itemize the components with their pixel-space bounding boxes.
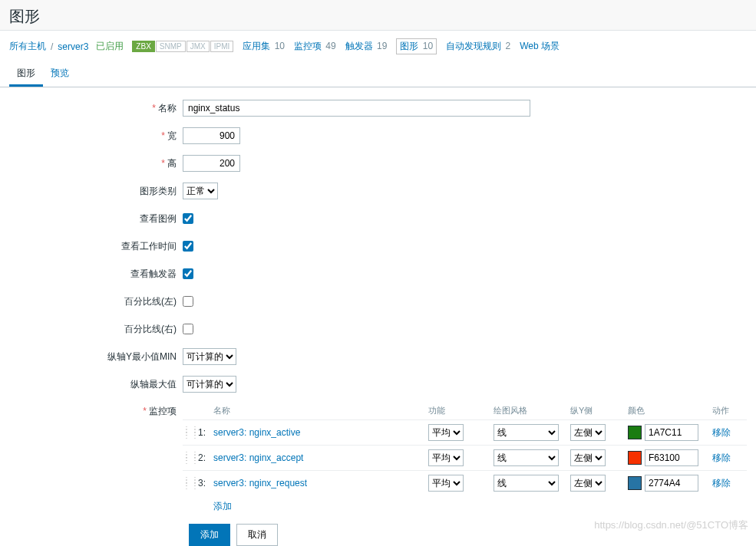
func-select[interactable]: 平均 bbox=[428, 424, 464, 441]
worktime-checkbox[interactable] bbox=[183, 241, 193, 252]
height-label: 高 bbox=[167, 158, 177, 169]
remove-link[interactable]: 移除 bbox=[712, 478, 731, 488]
table-row: ⋮⋮⋮⋮⋮⋮3:server3: nginx_request平均线左侧移除 bbox=[183, 470, 747, 495]
add-button[interactable]: 添加 bbox=[189, 524, 230, 546]
col-func: 功能 bbox=[428, 405, 494, 416]
crumb-discovery[interactable]: 自动发现规则 2 bbox=[446, 40, 510, 53]
legend-label: 查看图例 bbox=[9, 212, 183, 225]
item-name-link[interactable]: server3: nginx_active bbox=[213, 427, 300, 438]
type-select[interactable]: 正常 bbox=[183, 183, 218, 199]
ymax-label: 纵轴最大值 bbox=[9, 378, 183, 391]
crumb-triggers[interactable]: 触发器 19 bbox=[345, 40, 388, 53]
color-input[interactable] bbox=[645, 449, 698, 466]
table-row: ⋮⋮⋮⋮⋮⋮2:server3: nginx_accept平均线左侧移除 bbox=[183, 445, 747, 470]
width-label: 宽 bbox=[167, 130, 177, 141]
type-label: 图形类别 bbox=[9, 185, 183, 198]
crumb-graphs[interactable]: 图形 10 bbox=[396, 38, 437, 54]
yaxis-select[interactable]: 左侧 bbox=[570, 449, 606, 466]
item-name-link[interactable]: server3: nginx_accept bbox=[213, 452, 303, 463]
row-index: 1: bbox=[198, 427, 213, 438]
col-style: 绘图风格 bbox=[494, 405, 570, 416]
drag-handle-icon[interactable]: ⋮⋮⋮⋮⋮⋮ bbox=[183, 453, 198, 462]
yaxis-select[interactable]: 左侧 bbox=[570, 475, 606, 492]
ymax-select[interactable]: 可计算的 bbox=[183, 376, 236, 393]
remove-link[interactable]: 移除 bbox=[712, 452, 731, 463]
row-index: 3: bbox=[198, 478, 213, 488]
items-label: 监控项 bbox=[149, 406, 177, 416]
crumb-items[interactable]: 监控项 49 bbox=[294, 40, 336, 53]
crumb-apps[interactable]: 应用集 10 bbox=[243, 40, 285, 53]
drag-handle-icon[interactable]: ⋮⋮⋮⋮⋮⋮ bbox=[183, 479, 198, 488]
breadcrumb-host[interactable]: server3 bbox=[58, 41, 88, 52]
name-label: 名称 bbox=[158, 103, 177, 113]
percright-checkbox[interactable] bbox=[183, 324, 193, 334]
color-input[interactable] bbox=[645, 424, 698, 441]
status-enabled: 已启用 bbox=[96, 40, 124, 53]
percright-label: 百分比线(右) bbox=[9, 323, 183, 336]
func-select[interactable]: 平均 bbox=[428, 475, 464, 492]
tag-snmp: SNMP bbox=[156, 41, 186, 52]
ymin-label: 纵轴Y最小值MIN bbox=[9, 350, 183, 363]
page-title: 图形 bbox=[0, 0, 756, 31]
tag-jmx: JMX bbox=[187, 41, 210, 52]
style-select[interactable]: 线 bbox=[494, 424, 559, 441]
col-color: 颜色 bbox=[628, 405, 712, 416]
func-select[interactable]: 平均 bbox=[428, 449, 464, 466]
style-select[interactable]: 线 bbox=[494, 475, 559, 492]
color-input[interactable] bbox=[645, 475, 698, 492]
width-input[interactable] bbox=[183, 127, 240, 144]
color-swatch[interactable] bbox=[628, 476, 642, 490]
col-name: 名称 bbox=[213, 405, 428, 416]
col-yaxis: 纵Y侧 bbox=[570, 405, 628, 416]
percleft-checkbox[interactable] bbox=[183, 296, 193, 307]
table-row: ⋮⋮⋮⋮⋮⋮1:server3: nginx_active平均线左侧移除 bbox=[183, 419, 747, 445]
drag-handle-icon[interactable]: ⋮⋮⋮⋮⋮⋮ bbox=[183, 428, 198, 437]
form: *名称 *宽 *高 图形类别 正常 查看图例 查看工作时间 查看触发器 百分比线… bbox=[0, 87, 756, 546]
percleft-label: 百分比线(左) bbox=[9, 295, 183, 308]
legend-checkbox[interactable] bbox=[183, 213, 193, 224]
tag-zbx: ZBX bbox=[132, 41, 154, 52]
col-action: 动作 bbox=[712, 405, 743, 416]
remove-link[interactable]: 移除 bbox=[712, 427, 731, 438]
breadcrumb: 所有主机 / server3 已启用 ZBXSNMPJMXIPMI 应用集 10… bbox=[0, 31, 756, 59]
color-swatch[interactable] bbox=[628, 426, 642, 439]
height-input[interactable] bbox=[183, 155, 240, 172]
items-table: 名称 功能 绘图风格 纵Y侧 颜色 动作 ⋮⋮⋮⋮⋮⋮1:server3: ng… bbox=[183, 402, 747, 513]
color-swatch[interactable] bbox=[628, 451, 642, 465]
tag-ipmi: IPMI bbox=[210, 41, 234, 52]
tabs: 图形 预览 bbox=[0, 62, 756, 87]
tab-preview[interactable]: 预览 bbox=[43, 62, 77, 87]
style-select[interactable]: 线 bbox=[494, 449, 559, 466]
item-name-link[interactable]: server3: nginx_request bbox=[213, 478, 307, 488]
tab-graph[interactable]: 图形 bbox=[9, 62, 43, 87]
viewtriggers-checkbox[interactable] bbox=[183, 268, 193, 279]
items-add-link[interactable]: 添加 bbox=[213, 501, 232, 511]
worktime-label: 查看工作时间 bbox=[9, 240, 183, 253]
yaxis-select[interactable]: 左侧 bbox=[570, 424, 606, 441]
name-input[interactable] bbox=[183, 100, 530, 117]
breadcrumb-all-hosts[interactable]: 所有主机 bbox=[9, 40, 46, 53]
row-index: 2: bbox=[198, 452, 213, 463]
cancel-button[interactable]: 取消 bbox=[236, 524, 278, 546]
viewtriggers-label: 查看触发器 bbox=[9, 268, 183, 281]
ymin-select[interactable]: 可计算的 bbox=[183, 348, 236, 365]
crumb-web[interactable]: Web 场景 bbox=[520, 40, 560, 53]
breadcrumb-separator: / bbox=[51, 41, 53, 52]
